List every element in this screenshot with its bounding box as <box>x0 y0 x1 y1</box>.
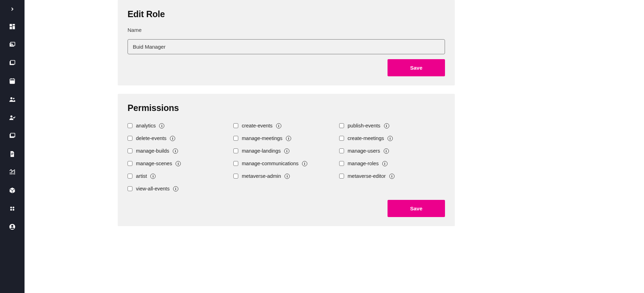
permission-label-metaverse-admin: metaverse-admin <box>242 173 281 179</box>
sidebar-item-box[interactable] <box>5 183 19 197</box>
permission-checkbox-publish-events[interactable] <box>339 123 344 128</box>
info-icon[interactable]: i <box>389 174 395 179</box>
edit-role-title: Edit Role <box>128 9 445 19</box>
permission-checkbox-artist[interactable] <box>128 174 132 179</box>
sidebar-item-users[interactable] <box>5 92 19 106</box>
permission-checkbox-manage-landings[interactable] <box>233 148 238 153</box>
permission-label-publish-events: publish-events <box>348 123 381 128</box>
name-label: Name <box>128 27 445 33</box>
svg-rect-20 <box>11 153 14 153</box>
svg-point-16 <box>11 116 13 118</box>
permission-label-view-all-events: view-all-events <box>136 186 170 191</box>
permission-checkbox-delete-events[interactable] <box>128 136 132 141</box>
info-icon[interactable]: i <box>150 174 156 179</box>
save-role-button[interactable]: Save <box>388 59 445 76</box>
info-icon[interactable]: i <box>276 123 281 128</box>
permission-item-view-all-events: view-all-eventsi <box>128 184 233 194</box>
svg-point-29 <box>13 207 14 208</box>
permission-item-create-meetings: create-meetingsi <box>339 133 445 143</box>
account-icon <box>9 223 16 230</box>
permission-label-manage-communications: manage-communications <box>242 161 299 166</box>
svg-point-15 <box>13 98 14 99</box>
sidebar-items <box>5 20 19 234</box>
permission-item-analytics: analyticsi <box>128 121 233 131</box>
sidebar-item-grid-dots[interactable] <box>5 202 19 216</box>
permission-label-manage-scenes: manage-scenes <box>136 161 172 166</box>
info-icon[interactable]: i <box>388 136 393 141</box>
sidebar-item-book-media[interactable] <box>5 129 19 143</box>
svg-rect-22 <box>11 155 13 155</box>
permission-checkbox-view-all-events[interactable] <box>128 186 132 191</box>
info-icon[interactable]: i <box>170 136 175 141</box>
sidebar-item-image-folder[interactable] <box>5 38 19 52</box>
permission-label-create-meetings: create-meetings <box>348 135 384 141</box>
sidebar-item-calendar[interactable] <box>5 74 19 88</box>
permission-label-analytics: analytics <box>136 123 156 128</box>
permission-item-manage-users: manage-usersi <box>339 146 445 156</box>
role-name-input[interactable] <box>128 39 445 54</box>
info-icon[interactable]: i <box>159 123 164 128</box>
permission-checkbox-manage-meetings[interactable] <box>233 136 238 141</box>
info-icon[interactable]: i <box>173 186 178 191</box>
svg-rect-1 <box>13 24 15 26</box>
info-icon[interactable]: i <box>285 174 290 179</box>
permission-checkbox-manage-communications[interactable] <box>233 161 238 166</box>
permission-item-artist: artisti <box>128 171 233 181</box>
sidebar-item-account[interactable] <box>5 220 19 234</box>
sidebar-expand-button[interactable] <box>6 5 19 13</box>
svg-rect-2 <box>13 26 15 29</box>
permission-label-manage-meetings: manage-meetings <box>242 135 282 141</box>
main-content: Edit Role Name Save Permissions analytic… <box>25 0 644 293</box>
sidebar <box>0 0 25 293</box>
svg-rect-3 <box>10 27 12 29</box>
permission-checkbox-metaverse-editor[interactable] <box>339 174 344 179</box>
permission-label-delete-events: delete-events <box>136 135 166 141</box>
permission-label-manage-users: manage-users <box>348 148 380 154</box>
svg-rect-0 <box>10 24 12 27</box>
box-icon <box>9 187 16 194</box>
permission-item-manage-builds: manage-buildsi <box>128 146 233 156</box>
permission-checkbox-create-events[interactable] <box>233 123 238 128</box>
chart-icon <box>9 169 16 176</box>
info-icon[interactable]: i <box>384 148 389 154</box>
book-media-icon <box>9 132 16 139</box>
info-icon[interactable]: i <box>173 148 178 154</box>
permission-item-metaverse-admin: metaverse-admini <box>233 171 339 181</box>
permission-checkbox-analytics[interactable] <box>128 123 132 128</box>
permission-checkbox-manage-scenes[interactable] <box>128 161 132 166</box>
sidebar-item-user-check[interactable] <box>5 111 19 125</box>
permission-checkbox-manage-roles[interactable] <box>339 161 344 166</box>
calendar-file-icon <box>9 78 16 85</box>
permission-checkbox-manage-builds[interactable] <box>128 148 132 153</box>
svg-point-14 <box>11 97 13 99</box>
dashboard-icon <box>9 23 16 30</box>
info-icon[interactable]: i <box>176 161 181 166</box>
info-icon[interactable]: i <box>286 136 291 141</box>
document-icon <box>9 151 16 158</box>
info-icon[interactable]: i <box>284 148 289 154</box>
sidebar-item-analytics[interactable] <box>5 165 19 179</box>
permission-label-metaverse-editor: metaverse-editor <box>348 173 386 179</box>
image-folder-icon <box>9 41 16 48</box>
permission-checkbox-manage-users[interactable] <box>339 148 344 153</box>
grid-dots-icon <box>9 205 16 212</box>
media-library-icon <box>9 60 16 67</box>
permissions-title: Permissions <box>128 103 445 113</box>
info-icon[interactable]: i <box>384 123 389 128</box>
permission-item-manage-roles: manage-rolesi <box>339 159 445 168</box>
sidebar-item-dashboard[interactable] <box>5 20 19 34</box>
svg-point-31 <box>13 209 14 211</box>
permissions-panel: Permissions analyticsicreate-eventsipubl… <box>118 94 455 226</box>
sidebar-item-media-library[interactable] <box>5 56 19 70</box>
svg-rect-21 <box>11 154 14 154</box>
user-check-icon <box>9 114 16 121</box>
permission-item-manage-communications: manage-communicationsi <box>233 159 339 168</box>
save-permissions-button[interactable]: Save <box>388 200 445 217</box>
sidebar-item-document[interactable] <box>5 147 19 161</box>
info-icon[interactable]: i <box>302 161 307 166</box>
edit-role-panel: Edit Role Name Save <box>118 0 455 85</box>
info-icon[interactable]: i <box>382 161 388 166</box>
permission-checkbox-metaverse-admin[interactable] <box>233 174 238 179</box>
permissions-grid: analyticsicreate-eventsipublish-eventsid… <box>128 121 445 194</box>
permission-checkbox-create-meetings[interactable] <box>339 136 344 141</box>
